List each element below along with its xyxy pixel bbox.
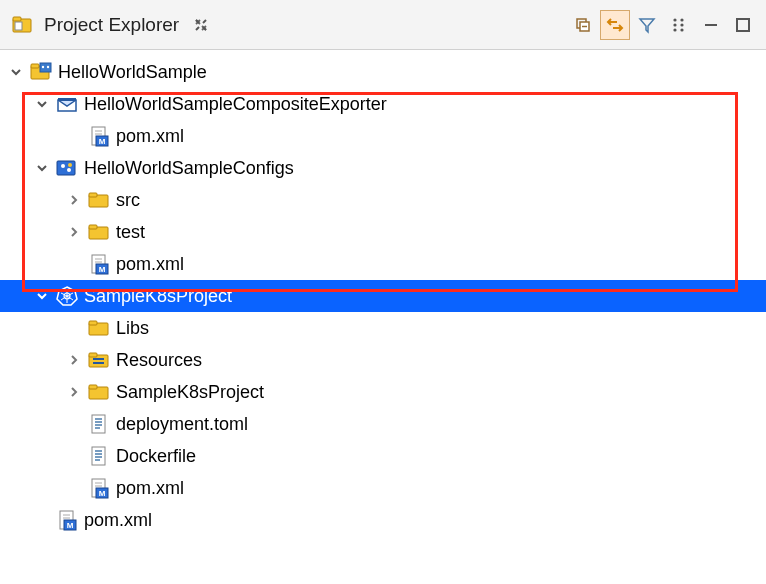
svg-rect-58 <box>89 385 97 389</box>
maven-file-icon: M <box>56 509 78 531</box>
folder-icon <box>88 189 110 211</box>
node-label: pom.xml <box>114 254 184 275</box>
collapse-all-icon[interactable] <box>568 10 598 40</box>
filter-icon[interactable] <box>632 10 662 40</box>
tree-node-configs[interactable]: HelloWorldSampleConfigs <box>0 152 766 184</box>
tree-node-k8s-pom[interactable]: M pom.xml <box>0 472 766 504</box>
node-label: deployment.toml <box>114 414 248 435</box>
svg-rect-17 <box>737 19 749 31</box>
leaf-spacer <box>64 318 84 338</box>
node-label: HelloWorldSampleCompositeExporter <box>82 94 387 115</box>
svg-text:M: M <box>99 265 106 274</box>
maven-project-icon <box>30 61 52 83</box>
svg-line-6 <box>196 27 199 30</box>
svg-point-15 <box>680 28 683 31</box>
svg-rect-16 <box>705 24 717 26</box>
maven-file-icon: M <box>88 477 110 499</box>
svg-point-11 <box>673 23 676 26</box>
view-title-wrap: Project Explorer <box>8 14 209 36</box>
kubernetes-icon <box>56 285 78 307</box>
tree-node-configs-pom[interactable]: M pom.xml <box>0 248 766 280</box>
leaf-spacer <box>64 446 84 466</box>
leaf-spacer <box>64 126 84 146</box>
svg-rect-1 <box>13 17 21 21</box>
folder-icon <box>88 221 110 243</box>
node-label: test <box>114 222 145 243</box>
view-toolbar <box>568 10 758 40</box>
svg-point-13 <box>680 18 683 21</box>
node-label: src <box>114 190 140 211</box>
chevron-right-icon[interactable] <box>64 222 84 242</box>
view-title: Project Explorer <box>44 14 179 36</box>
tree-node-src[interactable]: src <box>0 184 766 216</box>
composite-exporter-icon <box>56 93 78 115</box>
svg-point-33 <box>68 163 72 167</box>
svg-point-32 <box>67 168 71 172</box>
svg-rect-59 <box>92 415 105 433</box>
folder-icon <box>88 317 110 339</box>
svg-line-5 <box>203 20 206 23</box>
project-tree[interactable]: HelloWorldSample HelloWorldSampleComposi… <box>0 50 766 542</box>
svg-rect-54 <box>89 353 97 357</box>
maximize-icon[interactable] <box>728 10 758 40</box>
leaf-spacer <box>32 510 52 530</box>
project-explorer-icon <box>12 14 34 36</box>
tree-node-libs[interactable]: Libs <box>0 312 766 344</box>
svg-text:M: M <box>99 137 106 146</box>
node-label: pom.xml <box>114 126 184 147</box>
link-editor-icon[interactable] <box>600 10 630 40</box>
tree-node-deployment[interactable]: deployment.toml <box>0 408 766 440</box>
view-menu-icon[interactable] <box>664 10 694 40</box>
chevron-right-icon[interactable] <box>64 190 84 210</box>
maven-file-icon: M <box>88 125 110 147</box>
node-label: Libs <box>114 318 149 339</box>
node-label: pom.xml <box>114 478 184 499</box>
tree-node-helloworldsample[interactable]: HelloWorldSample <box>0 56 766 88</box>
chevron-right-icon[interactable] <box>64 350 84 370</box>
svg-point-10 <box>673 18 676 21</box>
chevron-down-icon[interactable] <box>32 286 52 306</box>
node-label: HelloWorldSampleConfigs <box>82 158 294 179</box>
chevron-down-icon[interactable] <box>32 158 52 178</box>
chevron-right-icon[interactable] <box>64 382 84 402</box>
svg-rect-20 <box>40 63 51 72</box>
tree-node-exporter[interactable]: HelloWorldSampleCompositeExporter <box>0 88 766 120</box>
svg-rect-24 <box>58 98 76 101</box>
folder-icon <box>88 381 110 403</box>
svg-point-14 <box>680 23 683 26</box>
tree-node-dockerfile[interactable]: Dockerfile <box>0 440 766 472</box>
view-header: Project Explorer <box>0 0 766 50</box>
resources-folder-icon <box>88 349 110 371</box>
tree-node-root-pom[interactable]: M pom.xml <box>0 504 766 536</box>
tree-node-resources[interactable]: Resources <box>0 344 766 376</box>
svg-point-31 <box>61 164 65 168</box>
tree-node-k8s[interactable]: SampleK8sProject <box>0 280 766 312</box>
svg-rect-37 <box>89 225 97 229</box>
svg-rect-64 <box>92 447 105 465</box>
node-label: HelloWorldSample <box>56 62 207 83</box>
node-label: Resources <box>114 350 202 371</box>
leaf-spacer <box>64 254 84 274</box>
node-label: pom.xml <box>82 510 152 531</box>
leaf-spacer <box>64 478 84 498</box>
svg-point-12 <box>673 28 676 31</box>
svg-rect-30 <box>57 161 75 175</box>
svg-text:M: M <box>99 489 106 498</box>
tree-node-k8s-folder[interactable]: SampleK8sProject <box>0 376 766 408</box>
chevron-down-icon[interactable] <box>6 62 26 82</box>
configs-project-icon <box>56 157 78 179</box>
tree-node-test[interactable]: test <box>0 216 766 248</box>
svg-rect-19 <box>31 64 39 68</box>
svg-rect-35 <box>89 193 97 197</box>
svg-text:M: M <box>67 521 74 530</box>
node-label: SampleK8sProject <box>114 382 264 403</box>
tree-node-exporter-pom[interactable]: M pom.xml <box>0 120 766 152</box>
node-label: SampleK8sProject <box>82 286 232 307</box>
close-view-icon[interactable] <box>193 17 209 33</box>
leaf-spacer <box>64 414 84 434</box>
minimize-icon[interactable] <box>696 10 726 40</box>
svg-rect-2 <box>15 22 22 30</box>
chevron-down-icon[interactable] <box>32 94 52 114</box>
svg-point-22 <box>47 66 49 68</box>
svg-rect-52 <box>89 321 97 325</box>
